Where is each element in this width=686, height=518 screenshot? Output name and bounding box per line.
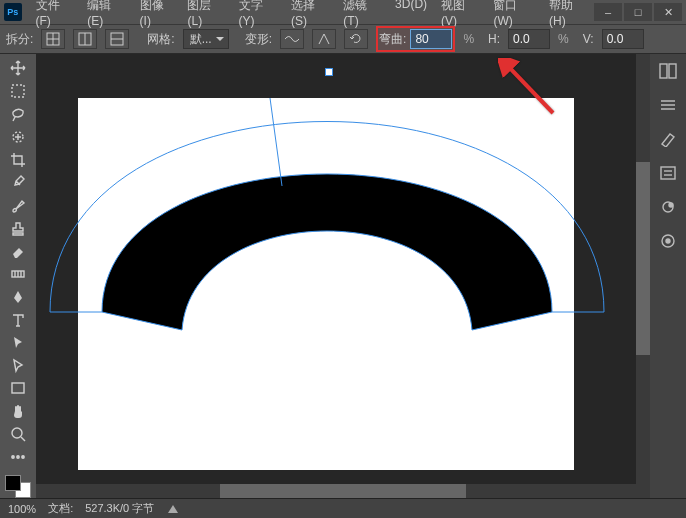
svg-point-16 [12, 456, 14, 458]
more-tools[interactable] [5, 447, 31, 468]
bend-pct: % [463, 32, 474, 46]
svg-point-14 [12, 428, 22, 438]
svg-point-18 [22, 456, 24, 458]
tool-panel [0, 54, 36, 498]
gradient-tool[interactable] [5, 264, 31, 285]
split-cross-button[interactable] [41, 29, 65, 49]
grid-value: 默... [190, 31, 212, 48]
menu-select[interactable]: 选择(S) [285, 0, 335, 30]
path-select-tool[interactable] [5, 332, 31, 353]
menu-file[interactable]: 文件(F) [30, 0, 80, 30]
menu-edit[interactable]: 编辑(E) [81, 0, 131, 30]
maximize-button[interactable]: □ [624, 3, 652, 21]
grid-label: 网格: [147, 31, 174, 48]
direct-select-tool[interactable] [5, 355, 31, 376]
color-swatches[interactable] [5, 475, 31, 498]
marquee-tool[interactable] [5, 81, 31, 102]
split-label: 拆分: [6, 31, 33, 48]
v-label: V: [583, 32, 594, 46]
svg-rect-26 [661, 167, 675, 179]
rectangle-tool[interactable] [5, 378, 31, 399]
scrollbar-thumb[interactable] [220, 484, 466, 498]
main-menu: 文件(F) 编辑(E) 图像(I) 图层(L) 文字(Y) 选择(S) 滤镜(T… [30, 0, 595, 30]
menu-window[interactable]: 窗口(W) [487, 0, 541, 30]
svg-point-30 [669, 203, 673, 207]
quick-select-tool[interactable] [5, 127, 31, 148]
crop-tool[interactable] [5, 149, 31, 170]
scrollbar-thumb[interactable] [636, 162, 650, 356]
status-flyout-icon[interactable] [168, 505, 178, 513]
close-button[interactable]: ✕ [654, 3, 682, 21]
pen-tool[interactable] [5, 287, 31, 308]
vertical-scrollbar[interactable] [636, 54, 650, 484]
svg-point-17 [17, 456, 19, 458]
menu-layer[interactable]: 图层(L) [181, 0, 230, 30]
lasso-tool[interactable] [5, 104, 31, 125]
warp-preset-button[interactable] [280, 29, 304, 49]
eraser-tool[interactable] [5, 241, 31, 262]
warp-label: 变形: [245, 31, 272, 48]
bend-label: 弯曲: [379, 31, 406, 48]
move-tool[interactable] [5, 58, 31, 79]
zoom-tool[interactable] [5, 424, 31, 445]
doc-size-label: 文档: [48, 501, 73, 516]
menu-help[interactable]: 帮助(H) [543, 0, 594, 30]
eyedropper-tool[interactable] [5, 172, 31, 193]
brush-tool[interactable] [5, 195, 31, 216]
warp-orient-button[interactable] [312, 29, 336, 49]
panel-adjustments-icon[interactable] [655, 196, 681, 218]
minimize-button[interactable]: – [594, 3, 622, 21]
menu-image[interactable]: 图像(I) [134, 0, 180, 30]
stamp-tool[interactable] [5, 218, 31, 239]
foreground-swatch[interactable] [5, 475, 21, 491]
h-label: H: [488, 32, 500, 46]
svg-point-32 [666, 239, 670, 243]
panel-brushes-icon[interactable] [655, 94, 681, 116]
h-input[interactable]: 0.0 [508, 29, 550, 49]
horizontal-scrollbar[interactable] [36, 484, 650, 498]
svg-line-15 [21, 437, 25, 441]
panel-color-icon[interactable] [655, 230, 681, 252]
hand-tool[interactable] [5, 401, 31, 422]
bend-highlight: 弯曲: 80 [376, 26, 455, 52]
canvas-area[interactable] [36, 54, 650, 498]
app-logo: Ps [4, 3, 22, 21]
type-tool[interactable] [5, 309, 31, 330]
svg-rect-7 [12, 85, 24, 97]
right-panel-dock [650, 54, 686, 498]
v-input[interactable]: 0.0 [602, 29, 644, 49]
menu-type[interactable]: 文字(Y) [233, 0, 283, 30]
doc-size-value: 527.3K/0 字节 [85, 501, 154, 516]
svg-rect-25 [669, 64, 676, 78]
svg-rect-24 [660, 64, 667, 78]
split-horz-button[interactable] [105, 29, 129, 49]
split-vert-button[interactable] [73, 29, 97, 49]
bend-input[interactable]: 80 [410, 29, 452, 49]
warp-reset-button[interactable] [344, 29, 368, 49]
panel-swatches-icon[interactable] [655, 128, 681, 150]
document-canvas[interactable] [78, 98, 574, 470]
panel-arrange-icon[interactable] [655, 60, 681, 82]
status-bar: 100% 文档: 527.3K/0 字节 [0, 498, 686, 518]
svg-rect-13 [12, 383, 24, 393]
warp-handle-top[interactable] [325, 68, 333, 76]
grid-dropdown[interactable]: 默... [183, 29, 229, 49]
panel-paragraph-icon[interactable] [655, 162, 681, 184]
zoom-level[interactable]: 100% [8, 503, 36, 515]
h-pct: % [558, 32, 569, 46]
